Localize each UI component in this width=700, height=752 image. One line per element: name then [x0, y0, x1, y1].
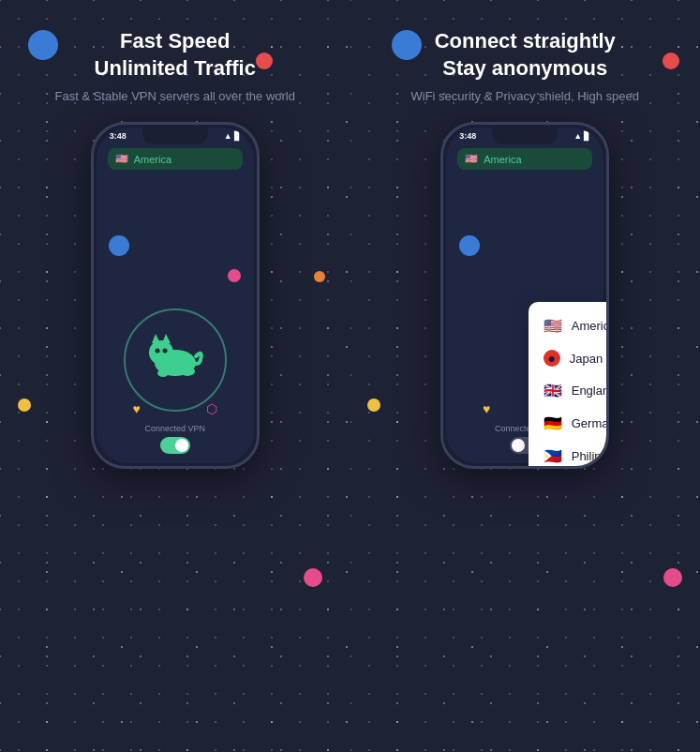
phone-notch-right — [492, 128, 558, 144]
right-panel: Connect straightlyStay anonymous WiFi se… — [350, 0, 701, 752]
decorative-dot-blue-2 — [392, 30, 422, 60]
location-text-left: America — [134, 154, 171, 165]
left-panel: Fast SpeedUnlimited Traffic Fast & Stabl… — [0, 0, 350, 752]
heart-icon-left: ♥ — [133, 401, 141, 416]
dropdown-item-japan[interactable]: ● Japan — [529, 342, 610, 374]
flag-germany: 🇩🇪 — [544, 414, 562, 432]
decorative-dot-yellow-2 — [367, 399, 380, 412]
left-phone-mockup: 3:48 ▲ ▊ 🇺🇸 America — [91, 122, 260, 469]
cat-illustration — [119, 304, 231, 416]
country-america: America — [572, 319, 610, 333]
heart-icon-right: ♥ — [483, 401, 490, 416]
vpn-label-left: Connected VPN — [144, 424, 205, 433]
left-panel-title: Fast SpeedUnlimited Traffic — [95, 28, 256, 82]
cat-body — [142, 330, 208, 390]
decorative-dot-yellow-1 — [18, 399, 31, 412]
flag-america: 🇺🇸 — [544, 317, 562, 335]
decorative-dot-blue-1 — [28, 30, 58, 60]
decorative-dot-red-1 — [256, 53, 273, 69]
wifi-icon-left: ▲ — [224, 131, 232, 141]
svg-point-4 — [155, 349, 159, 353]
phone-dot-blue-left — [109, 235, 129, 256]
country-dropdown[interactable]: 🇺🇸 America ● Japan 🇬🇧 England 🇩🇪 Germany… — [529, 302, 610, 469]
flag-england: 🇬🇧 — [544, 382, 562, 399]
decorative-dot-pink-2 — [663, 568, 682, 587]
decorative-dot-orange-1 — [314, 271, 325, 282]
flag-left: 🇺🇸 — [115, 153, 128, 165]
left-panel-subtitle: Fast & Stable VPN servers all over the w… — [55, 89, 296, 103]
battery-icon-left: ▊ — [234, 131, 241, 141]
vpn-bottom-left: ♥ ⬡ Connected VPN — [97, 401, 254, 454]
dropdown-item-philippines[interactable]: 🇵🇭 Philippines — [529, 440, 610, 469]
decorative-dot-pink-1 — [304, 568, 322, 587]
country-japan: Japan — [570, 352, 603, 366]
decorative-dot-red-2 — [663, 53, 679, 69]
phone-notch-left — [142, 128, 208, 144]
svg-point-5 — [162, 349, 167, 353]
wifi-icon-right: ▲ — [573, 131, 582, 141]
location-text-right: America — [484, 154, 521, 165]
status-time-left: 3:48 — [110, 131, 127, 141]
right-panel-title: Connect straightlyStay anonymous — [435, 28, 616, 82]
country-germany: Germany — [572, 416, 610, 430]
dropdown-item-germany[interactable]: 🇩🇪 Germany — [529, 407, 610, 440]
country-england: England — [572, 384, 610, 398]
svg-point-6 — [180, 367, 195, 376]
phone-dot-pink-left — [228, 269, 241, 282]
status-time-right: 3:48 — [459, 131, 476, 141]
share-icon-left: ⬡ — [206, 401, 217, 416]
dropdown-item-america[interactable]: 🇺🇸 America — [529, 309, 610, 342]
svg-marker-2 — [152, 334, 160, 343]
svg-point-1 — [149, 340, 173, 365]
location-bar-right[interactable]: 🇺🇸 America — [457, 148, 592, 170]
country-philippines: Philippines — [572, 449, 610, 463]
toggle-left[interactable] — [160, 437, 190, 454]
dropdown-item-england[interactable]: 🇬🇧 England — [529, 374, 610, 407]
right-panel-subtitle: WiFi security & Privacy shield, High spe… — [411, 89, 639, 103]
battery-icon-right: ▊ — [584, 131, 590, 141]
flag-right: 🇺🇸 — [465, 153, 478, 165]
svg-point-7 — [157, 369, 169, 377]
location-bar-left[interactable]: 🇺🇸 America — [108, 148, 243, 170]
phone-dot-blue-right — [459, 235, 480, 256]
svg-marker-3 — [162, 334, 171, 343]
right-phone-mockup: 3:48 ▲ ▊ 🇺🇸 America ♥ ⬡ Connected VPN — [440, 122, 609, 469]
flag-japan: ● — [544, 350, 560, 367]
flag-philippines: 🇵🇭 — [544, 447, 562, 465]
